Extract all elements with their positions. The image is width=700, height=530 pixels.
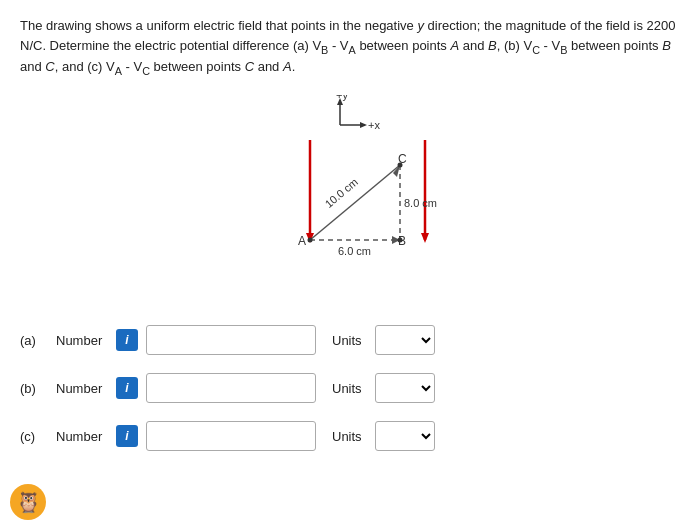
number-input-b[interactable] [146,373,316,403]
answers-section: (a) Number i Units V mV kV (b) Number i … [20,325,680,451]
svg-text:10.0 cm: 10.0 cm [322,176,360,210]
answer-row-c: (c) Number i Units V mV kV [20,421,680,451]
answer-row-b: (b) Number i Units V mV kV [20,373,680,403]
units-select-b[interactable]: V mV kV [375,373,435,403]
units-label-a: Units [332,333,367,348]
svg-marker-9 [421,233,429,243]
part-label-a: (a) [20,333,48,348]
info-button-b[interactable]: i [116,377,138,399]
units-select-a[interactable]: V mV kV [375,325,435,355]
number-input-a[interactable] [146,325,316,355]
svg-text:+y: +y [336,95,348,101]
owl-icon: 🦉 [10,484,46,520]
units-label-c: Units [332,429,367,444]
svg-text:6.0 cm: 6.0 cm [338,245,371,257]
svg-text:+x: +x [368,119,380,131]
part-label-c: (c) [20,429,48,444]
number-label-b: Number [56,381,108,396]
units-label-b: Units [332,381,367,396]
units-select-c[interactable]: V mV kV [375,421,435,451]
problem-text: The drawing shows a uniform electric fie… [20,16,680,79]
answer-row-a: (a) Number i Units V mV kV [20,325,680,355]
number-input-c[interactable] [146,421,316,451]
svg-point-23 [398,163,403,168]
svg-marker-4 [360,122,367,128]
number-label-c: Number [56,429,108,444]
info-button-a[interactable]: i [116,329,138,351]
svg-text:A: A [298,234,306,248]
info-button-c[interactable]: i [116,425,138,447]
diagram: +y +x A B C 10.0 cm 6.0 cm 8.0 cm [20,95,680,305]
svg-point-22 [398,238,403,243]
svg-point-21 [308,238,313,243]
svg-text:8.0 cm: 8.0 cm [404,197,437,209]
number-label-a: Number [56,333,108,348]
part-label-b: (b) [20,381,48,396]
